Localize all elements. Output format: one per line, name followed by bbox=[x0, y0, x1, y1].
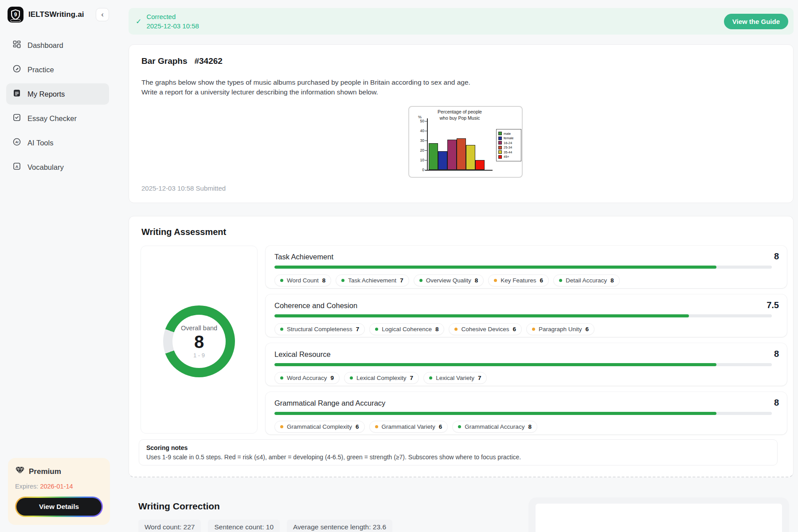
subscore-tag: Word Count8 bbox=[274, 274, 331, 286]
chart-bar bbox=[438, 151, 447, 170]
sidebar-item-dashboard[interactable]: Dashboard bbox=[6, 35, 109, 56]
legend-swatch bbox=[498, 155, 502, 159]
correction-preview-card bbox=[528, 497, 789, 532]
assessment-card: Writing Assessment Overall band 8 1 - 9 … bbox=[129, 216, 794, 477]
status-dot bbox=[419, 279, 422, 282]
correction-stats: Word count: 227Sentence count: 10Average… bbox=[138, 520, 392, 532]
chart-x-axis bbox=[425, 170, 493, 171]
subscore-label: Word Accuracy bbox=[287, 375, 327, 381]
chart-bar bbox=[475, 160, 485, 170]
subscore-value: 8 bbox=[610, 277, 614, 284]
subscore-tag: Key Features6 bbox=[488, 274, 549, 286]
status-banner: ✓ Corrected 2025-12-03 10:58 View the Gu… bbox=[129, 8, 794, 35]
chart-y-tick: 0 bbox=[413, 168, 424, 172]
gem-icon bbox=[15, 466, 25, 477]
sidebar-item-label: Practice bbox=[27, 66, 54, 74]
chart-y-tick: 40 bbox=[413, 129, 424, 133]
correction-stat: Word count: 227 bbox=[138, 520, 201, 532]
subscore-value: 8 bbox=[475, 277, 478, 284]
sidebar-item-label: Essay Checker bbox=[27, 114, 77, 123]
status-dot bbox=[280, 328, 283, 331]
legend-swatch bbox=[498, 146, 502, 149]
subscore-label: Grammatical Variety bbox=[382, 423, 435, 430]
subscore-value: 7 bbox=[478, 375, 481, 381]
chart-legend: malefemale16-2425-3435-4445+ bbox=[496, 129, 521, 161]
report-clipboard-icon bbox=[12, 89, 21, 99]
legend-swatch bbox=[498, 150, 502, 154]
score-bar-fill bbox=[274, 266, 716, 269]
sidebar-item-label: Vocabulary bbox=[27, 163, 64, 172]
subscore-tag: Detail Accuracy8 bbox=[553, 274, 620, 286]
overall-band-panel: Overall band 8 1 - 9 bbox=[141, 246, 258, 434]
subscore-value: 6 bbox=[512, 326, 516, 332]
sidebar-item-practice[interactable]: Practice bbox=[6, 59, 109, 80]
check-icon: ✓ bbox=[136, 17, 141, 26]
task-card: Bar Graphs #34262 The graphs below show … bbox=[129, 44, 794, 203]
correction-stat: Sentence count: 10 bbox=[208, 520, 280, 532]
legend-label: 35-44 bbox=[504, 150, 512, 154]
premium-card: Premium Expires: 2026-01-14 View Details bbox=[8, 458, 110, 525]
chart-tick-mark bbox=[425, 160, 427, 160]
score-bar-track bbox=[274, 314, 772, 317]
legend-entry: 35-44 bbox=[498, 150, 519, 154]
legend-swatch bbox=[498, 137, 502, 140]
sidebar-item-vocabulary[interactable]: A Vocabulary bbox=[6, 156, 109, 178]
legend-entry: female bbox=[498, 136, 519, 140]
chart-y-axis bbox=[427, 118, 428, 170]
expires-label: Expires: bbox=[15, 483, 38, 490]
scoring-notes-text: Uses 1-9 scale in 0.5 steps. Red = risk … bbox=[146, 454, 770, 461]
subscore-label: Cohesive Devices bbox=[461, 326, 509, 332]
legend-entry: 16-24 bbox=[498, 141, 519, 145]
view-details-border: View Details bbox=[15, 497, 103, 517]
subscore-tag: Lexical Complexity7 bbox=[344, 372, 419, 384]
subscore-label: Grammatical Complexity bbox=[287, 423, 352, 430]
status-dot bbox=[375, 328, 378, 331]
subscore-value: 6 bbox=[586, 326, 589, 332]
subscore-tag: Grammatical Complexity6 bbox=[274, 421, 365, 433]
chart-y-tick: 30 bbox=[413, 138, 424, 143]
view-details-button[interactable]: View Details bbox=[16, 498, 102, 516]
legend-label: 45+ bbox=[504, 155, 509, 159]
sidebar-collapse-button[interactable]: ‹ bbox=[96, 8, 109, 21]
main-content: ✓ Corrected 2025-12-03 10:58 View the Gu… bbox=[129, 0, 794, 532]
logo-row: 9 IELTSWriting.ai ‹ bbox=[0, 0, 115, 27]
subscore-tags: Structural Completeness7Logical Coherenc… bbox=[274, 323, 779, 335]
score-bar-fill bbox=[274, 363, 716, 366]
sidebar-item-label: Dashboard bbox=[27, 41, 63, 50]
criterion-score: 8 bbox=[774, 398, 779, 408]
sidebar-item-my-reports[interactable]: My Reports bbox=[6, 83, 109, 105]
chart-tick-mark bbox=[425, 131, 427, 131]
overall-band-value: 8 bbox=[194, 332, 204, 352]
subscore-tag: Overview Quality8 bbox=[414, 274, 484, 286]
criterion-score: 8 bbox=[774, 251, 779, 262]
view-guide-button[interactable]: View the Guide bbox=[724, 14, 788, 29]
chart-y-tick: 20 bbox=[413, 148, 424, 153]
subscore-value: 7 bbox=[356, 326, 360, 332]
subscore-tags: Word Accuracy9Lexical Complexity7Lexical… bbox=[274, 372, 779, 384]
ai-badge-icon: AI bbox=[12, 137, 21, 148]
subscore-label: Lexical Variety bbox=[436, 375, 474, 381]
sidebar-item-essay-checker[interactable]: Essay Checker bbox=[6, 108, 109, 129]
subscore-tag: Structural Completeness7 bbox=[274, 323, 365, 335]
task-title: Bar Graphs bbox=[141, 56, 187, 66]
assessment-heading: Writing Assessment bbox=[141, 227, 793, 237]
status-dot bbox=[280, 279, 283, 282]
assessment-row: Grammatical Range and Accuracy8Grammatic… bbox=[266, 392, 787, 434]
app-logo-icon: 9 bbox=[7, 6, 24, 23]
correction-heading: Writing Correction bbox=[138, 501, 220, 512]
legend-label: male bbox=[504, 132, 511, 136]
subscore-label: Task Achievement bbox=[348, 277, 396, 284]
chart-title: Percentage of peoplewho buy Pop Music bbox=[426, 109, 493, 121]
subscore-label: Lexical Complexity bbox=[356, 375, 407, 381]
subscore-tag: Logical Coherence8 bbox=[369, 323, 444, 335]
task-id: #34262 bbox=[194, 56, 222, 66]
legend-swatch bbox=[498, 141, 502, 145]
score-bar-track bbox=[274, 363, 772, 366]
status-dot bbox=[559, 279, 562, 282]
premium-title: Premium bbox=[29, 467, 61, 476]
sidebar-item-ai-tools[interactable]: AI AI Tools bbox=[6, 132, 109, 153]
correction-preview-page bbox=[536, 504, 782, 532]
assessment-rows: Task Achievement8Word Count8Task Achieve… bbox=[266, 246, 787, 434]
subscore-value: 6 bbox=[356, 423, 359, 430]
subscore-value: 6 bbox=[439, 423, 442, 430]
